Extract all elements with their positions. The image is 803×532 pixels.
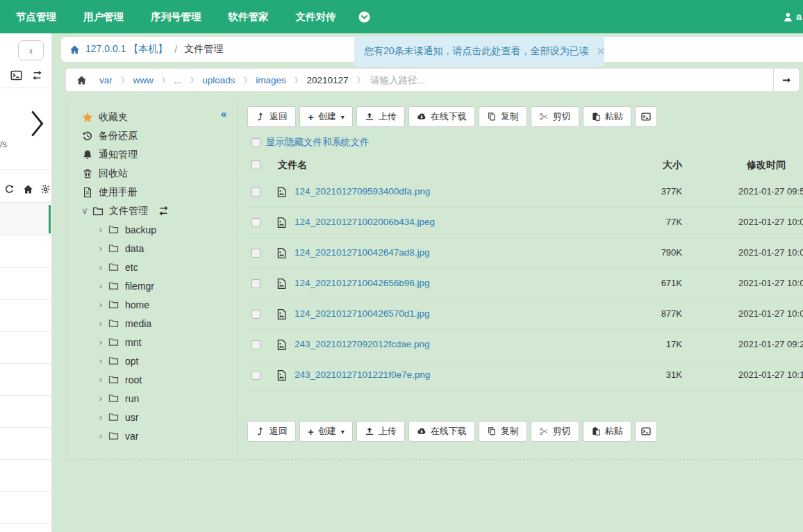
- tree-caret[interactable]: ›: [96, 243, 106, 253]
- tree-item-data[interactable]: ›data: [67, 239, 237, 258]
- terminal-button[interactable]: [635, 106, 657, 127]
- sidebar-item-notifications[interactable]: 通知管理: [67, 145, 237, 164]
- column-header-size[interactable]: 大小: [247, 159, 682, 172]
- notification-message[interactable]: 您有20条未读通知，请点击此处查看，全部设为已读: [354, 45, 589, 58]
- tree-caret[interactable]: ›: [96, 318, 106, 329]
- tree-caret[interactable]: ›: [96, 299, 106, 310]
- show-hidden-checkbox[interactable]: [251, 138, 260, 147]
- sidebar-item-manual[interactable]: 使用手册: [67, 183, 237, 201]
- path-segment-var[interactable]: var: [95, 75, 117, 85]
- user-name: a: [796, 11, 802, 22]
- chevron-down-circle-icon[interactable]: [358, 11, 370, 23]
- background-row[interactable]: [0, 524, 51, 532]
- show-hidden-label[interactable]: 显示隐藏文件和系统文件: [266, 136, 370, 149]
- tree-caret[interactable]: ›: [96, 224, 106, 235]
- tree-item-filemgr[interactable]: ›filemgr: [67, 276, 237, 295]
- nav-item-node-mgmt[interactable]: 节点管理: [7, 0, 65, 33]
- tree-item-backup[interactable]: ›backup: [67, 220, 237, 239]
- home-icon[interactable]: [76, 75, 87, 85]
- online-download-button[interactable]: 在线下载: [408, 106, 475, 127]
- tree-expanded-caret[interactable]: ∨: [80, 206, 90, 216]
- tree-item-label: run: [125, 393, 139, 404]
- path-segment-www[interactable]: www: [129, 75, 157, 85]
- tree-caret[interactable]: ›: [96, 374, 106, 385]
- background-row[interactable]: [0, 236, 51, 268]
- tree-item-home[interactable]: ›home: [67, 295, 237, 314]
- column-header-mtime[interactable]: 修改时间: [747, 159, 786, 172]
- nav-item-user-mgmt[interactable]: 用户管理: [74, 0, 133, 33]
- copy-button[interactable]: 复制: [479, 421, 527, 442]
- tree-item-opt[interactable]: ›opt: [67, 351, 237, 370]
- background-row[interactable]: [0, 332, 51, 364]
- button-label: 剪切: [553, 425, 571, 438]
- background-row[interactable]: [0, 300, 51, 332]
- background-row[interactable]: [0, 428, 51, 460]
- copy-button[interactable]: 复制: [479, 106, 527, 127]
- background-row[interactable]: [0, 364, 51, 396]
- tree-caret[interactable]: ›: [96, 281, 106, 291]
- close-icon[interactable]: ×: [589, 44, 613, 59]
- breadcrumb-host[interactable]: 127.0.0.1 【本机】: [85, 43, 167, 56]
- tree-item-var[interactable]: ›var: [67, 426, 237, 445]
- file-size: 377K: [247, 186, 682, 197]
- sidebar-item-backup-restore[interactable]: 备份还原: [67, 126, 237, 145]
- table-row[interactable]: 243_20210127101221f0e7e.png31K2021-01-27…: [247, 360, 803, 391]
- background-row-selected[interactable]: [0, 203, 51, 236]
- create-button[interactable]: +创建▾: [299, 421, 353, 442]
- home-icon[interactable]: [69, 44, 80, 55]
- tree-caret[interactable]: ›: [96, 393, 106, 404]
- upload-button[interactable]: 上传: [356, 421, 405, 442]
- table-row[interactable]: 124_2021012710042656b96.jpg671K2021-01-2…: [247, 269, 803, 299]
- path-segment-ellipsis[interactable]: ...: [169, 75, 185, 85]
- collapse-back-button[interactable]: ‹: [18, 40, 44, 60]
- table-row[interactable]: 124_2021012710042647ad8.jpg790K2021-01-2…: [247, 238, 803, 269]
- sidebar-item-favorites[interactable]: 收藏夹 «: [67, 108, 237, 126]
- table-row[interactable]: 124_2021012709593400dfa.png377K2021-01-2…: [247, 177, 803, 208]
- home-icon[interactable]: [23, 184, 33, 194]
- table-row[interactable]: 124_202101271002006b434.jpeg77K2021-01-2…: [247, 208, 803, 238]
- table-row[interactable]: 243_20210127092012fcdae.png17K2021-01-27…: [247, 330, 803, 360]
- file-size: 31K: [247, 369, 682, 380]
- background-row[interactable]: [0, 396, 51, 428]
- background-row[interactable]: [0, 492, 51, 524]
- sidebar-item-file-management[interactable]: ∨ 文件管理: [67, 201, 237, 220]
- nav-item-software-mgr[interactable]: 软件管家: [220, 0, 278, 33]
- paste-button[interactable]: 粘贴: [583, 421, 631, 442]
- tree-caret[interactable]: ›: [96, 356, 106, 366]
- swap-icon[interactable]: [31, 69, 43, 81]
- terminal-icon[interactable]: [10, 69, 22, 81]
- swap-icon[interactable]: [158, 205, 169, 217]
- tree-item-root[interactable]: ›root: [67, 370, 237, 389]
- sidebar-collapse-icon[interactable]: «: [221, 108, 225, 119]
- nav-item-file-transfer[interactable]: 文件对传: [287, 0, 345, 33]
- tree-item-media[interactable]: ›media: [67, 314, 237, 333]
- back-button[interactable]: 返回: [247, 421, 296, 442]
- sidebar-item-recycle-bin[interactable]: 回收站: [67, 164, 237, 183]
- tree-item-mnt[interactable]: ›mnt: [67, 333, 237, 351]
- tree-caret[interactable]: ›: [96, 412, 106, 422]
- cut-button[interactable]: 剪切: [531, 106, 579, 127]
- tree-item-etc[interactable]: ›etc: [67, 258, 237, 276]
- paste-icon: [591, 426, 601, 436]
- upload-button[interactable]: 上传: [356, 106, 405, 127]
- cut-button[interactable]: 剪切: [531, 421, 579, 442]
- tree-caret[interactable]: ›: [96, 431, 106, 441]
- terminal-button[interactable]: [635, 421, 657, 442]
- paste-button[interactable]: 粘贴: [583, 106, 631, 127]
- tree-caret[interactable]: ›: [96, 262, 106, 272]
- refresh-icon[interactable]: [4, 184, 15, 194]
- background-row[interactable]: [0, 268, 51, 300]
- create-button[interactable]: +创建▾: [299, 106, 353, 127]
- tree-item-run[interactable]: ›run: [67, 389, 237, 408]
- user-menu[interactable]: a: [783, 0, 802, 33]
- online-download-button[interactable]: 在线下载: [408, 421, 475, 442]
- tree-caret[interactable]: ›: [96, 337, 106, 347]
- gear-icon[interactable]: [40, 184, 51, 194]
- background-row[interactable]: [0, 460, 51, 492]
- tree-item-usr[interactable]: ›usr: [67, 408, 237, 426]
- path-segment-uploads[interactable]: uploads: [198, 75, 239, 85]
- expand-chevron-icon[interactable]: [28, 108, 47, 139]
- back-button[interactable]: 返回: [247, 106, 296, 127]
- nav-item-serial-mgmt[interactable]: 序列号管理: [142, 0, 210, 33]
- table-row[interactable]: 124_20210127100426570d1.jpg877K2021-01-2…: [247, 299, 803, 330]
